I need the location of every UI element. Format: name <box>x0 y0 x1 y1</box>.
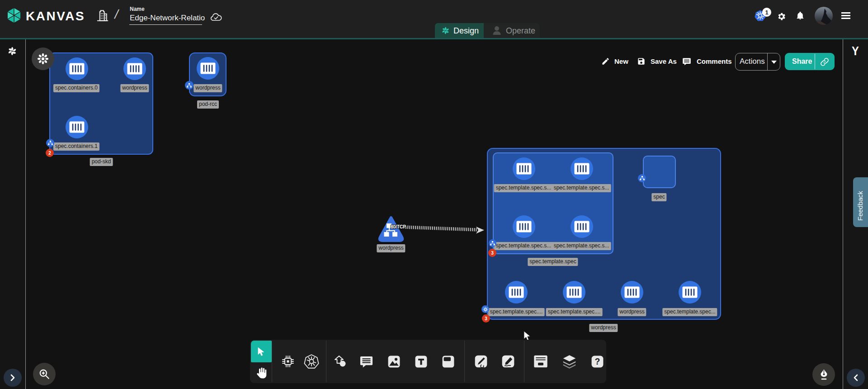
svg-text:80/TCP: 80/TCP <box>391 224 406 229</box>
svg-text:?: ? <box>595 356 600 366</box>
